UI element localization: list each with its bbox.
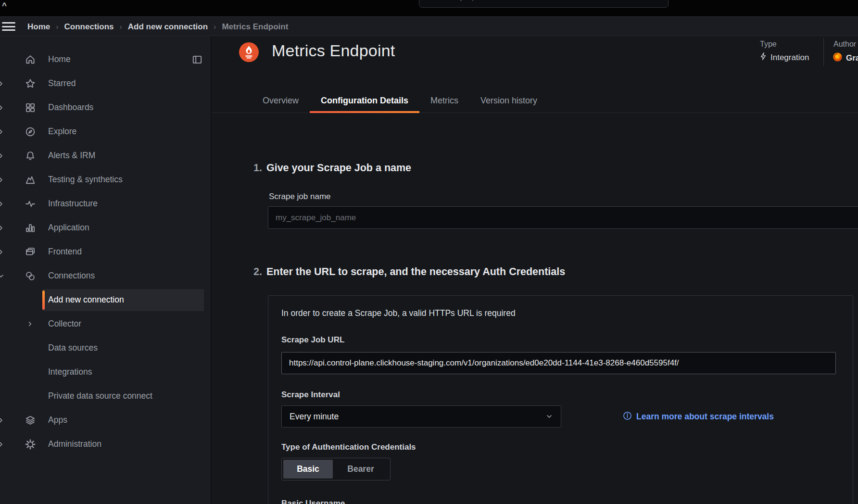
scrape-interval-label: Scrape Interval [281, 390, 340, 400]
type-value: Integration [759, 52, 809, 63]
breadcrumb-add-new-connection[interactable]: Add new connection [128, 22, 208, 32]
sidebar-item-apps[interactable]: Apps [0, 408, 210, 432]
layers-icon [25, 415, 36, 426]
auth-type-label: Type of Authentication Credentials [281, 442, 416, 452]
breadcrumb-current-page: Metrics Endpoint [222, 22, 288, 32]
page-title: Metrics Endpoint [272, 41, 395, 60]
sidebar-item-connections[interactable]: Connections [0, 264, 210, 288]
sidebar-item-home[interactable]: Home [0, 48, 210, 72]
sidebar-item-starred[interactable]: Starred [0, 72, 210, 96]
chevron-right-icon[interactable] [26, 320, 34, 328]
learn-more-link[interactable]: Learn more about scrape intervals [623, 411, 774, 422]
chevron-right-icon[interactable] [0, 200, 5, 208]
meta-divider [823, 38, 824, 66]
sidebar-item-private-data-source-connect[interactable]: Private data source connect [0, 384, 210, 408]
auth-basic-button[interactable]: Basic [283, 460, 333, 479]
scrape-job-url-input[interactable] [281, 352, 836, 374]
prometheus-logo-icon [239, 42, 259, 62]
sidebar-item-testing-synthetics[interactable]: Testing & synthetics [0, 168, 210, 192]
grafana-app-window: ^ Search or jump to... Home › Connection… [0, 0, 858, 504]
bell-icon [25, 150, 36, 162]
sidebar-item-frontend[interactable]: Frontend [0, 240, 210, 264]
author-label: Author [833, 40, 856, 49]
chevron-right-icon[interactable] [0, 224, 5, 232]
chevron-down-icon[interactable] [0, 272, 5, 280]
chevron-right-icon[interactable] [0, 152, 5, 160]
chevron-right-icon[interactable] [0, 176, 5, 184]
sidebar-item-infrastructure[interactable]: Infrastructure [0, 192, 210, 216]
dashboards-grid-icon [25, 102, 36, 113]
tab-metrics[interactable]: Metrics [419, 89, 469, 113]
sidebar-item-add-new-connection[interactable]: Add new connection [0, 288, 210, 312]
breadcrumb-separator-icon: › [56, 23, 58, 31]
auth-type-toggle: Basic Bearer [281, 458, 391, 480]
sidebar-item-integrations[interactable]: Integrations [0, 360, 210, 384]
chevron-right-icon[interactable] [0, 441, 5, 448]
sidebar-item-explore[interactable]: Explore [0, 120, 210, 144]
top-strip: ^ Search or jump to... [0, 0, 858, 16]
grafana-logo-icon [833, 52, 843, 64]
sidebar-item-alerts-irm[interactable]: Alerts & IRM [0, 144, 210, 168]
tab-overview[interactable]: Overview [252, 89, 310, 113]
search-input[interactable]: Search or jump to... [419, 0, 669, 8]
scrape-job-panel: In order to create a Scrape Job, a valid… [268, 295, 853, 504]
sidebar-item-application[interactable]: Application [0, 216, 210, 240]
scrape-interval-select[interactable]: Every minute [281, 405, 561, 428]
author-value: Grafana [833, 52, 858, 64]
sidebar-item-collector[interactable]: Collector [0, 312, 210, 336]
scrape-job-name-input[interactable] [268, 206, 858, 229]
mountain-k6-icon [25, 174, 36, 186]
dock-sidebar-icon[interactable] [191, 54, 203, 65]
home-icon [25, 54, 36, 65]
compass-icon [25, 126, 36, 138]
sidebar-item-data-sources[interactable]: Data sources [0, 336, 210, 360]
active-item-accent-bar [42, 290, 45, 310]
scrape-job-url-label: Scrape Job URL [281, 335, 344, 345]
breadcrumb-separator-icon: › [120, 23, 122, 31]
gear-icon [25, 439, 36, 450]
auth-bearer-button[interactable]: Bearer [333, 460, 389, 479]
star-icon [25, 78, 36, 89]
chevron-right-icon[interactable] [0, 416, 5, 424]
active-tab-underline [310, 111, 419, 113]
type-label: Type [760, 40, 777, 49]
breadcrumb: Home › Connections › Add new connection … [27, 17, 288, 37]
breadcrumb-separator-icon: › [214, 23, 216, 31]
browser-windows-icon [25, 246, 36, 258]
chevron-right-icon[interactable] [0, 104, 5, 112]
pulse-icon [25, 198, 36, 210]
chevron-right-icon[interactable] [0, 80, 5, 88]
tab-bar: Overview Configuration Details Metrics V… [211, 89, 858, 113]
link-rings-icon [25, 270, 36, 282]
panel-note: In order to create a Scrape Job, a valid… [281, 308, 516, 318]
scrape-job-name-label: Scrape job name [269, 192, 331, 202]
nav-sidebar: Home Starred Dashboards [0, 36, 211, 504]
breadcrumb-bar: Home › Connections › Add new connection … [0, 16, 858, 36]
sidebar-item-dashboards[interactable]: Dashboards [0, 96, 210, 120]
bar-chart-icon [25, 222, 36, 234]
hamburger-menu-icon[interactable] [2, 21, 16, 32]
basic-username-label: Basic Username [281, 499, 345, 504]
chevron-down-icon [545, 413, 553, 420]
lightning-bolt-icon [759, 52, 768, 63]
scrape-interval-value: Every minute [290, 412, 545, 422]
tab-configuration-details[interactable]: Configuration Details [310, 89, 419, 113]
breadcrumb-connections[interactable]: Connections [64, 22, 114, 32]
sidebar-item-administration[interactable]: Administration [0, 432, 210, 456]
step1-heading: 1.Give your Scrape Job a name [253, 162, 411, 174]
step2-heading: 2.Enter the URL to scrape, and the neces… [253, 266, 565, 278]
tab-version-history[interactable]: Version history [469, 89, 548, 113]
caret-up-icon[interactable]: ^ [2, 1, 7, 11]
breadcrumb-home[interactable]: Home [27, 22, 50, 32]
chevron-right-icon[interactable] [0, 248, 5, 256]
main-content: Metrics Endpoint Type Integration Author [211, 36, 858, 504]
chevron-right-icon[interactable] [0, 128, 5, 136]
search-placeholder: Search or jump to... [427, 0, 490, 1]
info-circle-icon [623, 411, 632, 422]
